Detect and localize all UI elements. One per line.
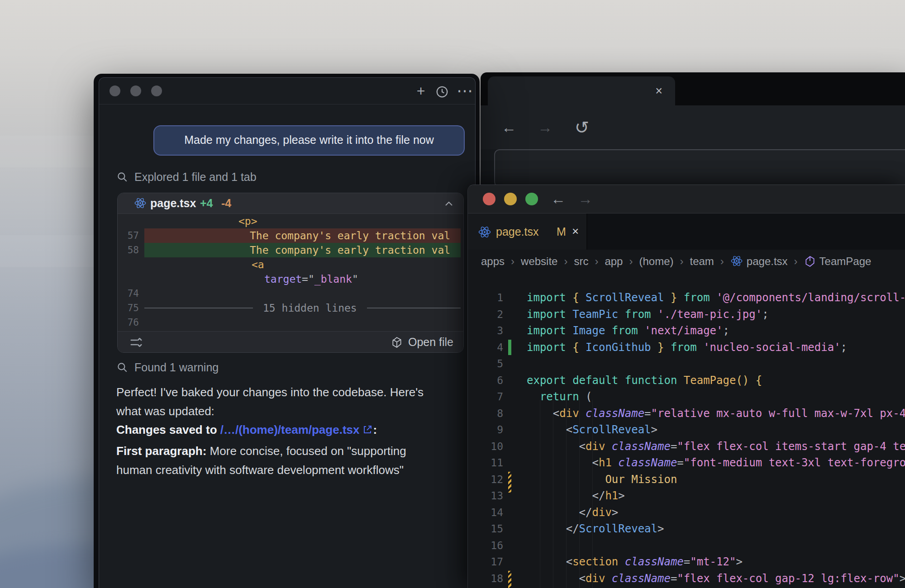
line-number: 12 xyxy=(468,471,503,488)
line-number: 18 xyxy=(468,570,503,587)
user-message-bubble: Made my changes, please write it into th… xyxy=(153,125,465,156)
diff-row: 58The company's early traction val xyxy=(118,243,463,257)
diff-line-number: 58 xyxy=(118,243,144,257)
diff-added-count: +4 xyxy=(200,193,213,213)
editor-tab-pagetsx[interactable]: page.tsx M × xyxy=(468,213,587,250)
breadcrumb-separator: › xyxy=(794,255,798,267)
diff-footer: Open file xyxy=(118,331,463,352)
diff-row: target="_blank" xyxy=(118,272,463,286)
traffic-light-minimize-icon[interactable] xyxy=(130,85,141,96)
code-line: 16 xyxy=(468,537,905,554)
breadcrumb-item[interactable]: (home) xyxy=(639,255,673,267)
code-line-text: import Image from 'next/image'; xyxy=(527,322,905,339)
react-icon xyxy=(730,255,747,267)
breadcrumb-item[interactable]: src xyxy=(574,255,588,267)
code-line: 8 <div className="relative mx-auto w-ful… xyxy=(468,405,905,422)
diff-line-number: 57 xyxy=(118,228,144,243)
code-line-text: import TeamPic from './team-pic.jpg'; xyxy=(527,306,905,323)
chat-panel: + ⋯ Made my changes, please write it int… xyxy=(99,77,476,588)
search-icon xyxy=(116,171,128,183)
new-thread-icon[interactable]: + xyxy=(413,84,429,98)
modified-badge: M xyxy=(557,213,566,250)
tab-close-icon[interactable]: × xyxy=(572,213,579,249)
cube-icon xyxy=(391,337,403,348)
line-number: 2 xyxy=(468,306,503,323)
status-explored: Explored 1 file and 1 tab xyxy=(116,170,257,184)
history-icon[interactable] xyxy=(434,85,450,100)
code-line-text: import { ScrollReveal } from '@/componen… xyxy=(527,289,905,306)
chat-titlebar: + ⋯ xyxy=(99,78,475,104)
file-link[interactable]: /…/(home)/team/page.tsx xyxy=(220,423,360,436)
diff-line-number: 75 xyxy=(118,301,144,315)
traffic-light-zoom-icon[interactable] xyxy=(525,193,538,205)
cube-icon xyxy=(804,255,819,267)
diff-removed-count: -4 xyxy=(221,193,231,213)
back-icon[interactable]: ← xyxy=(501,119,516,136)
breadcrumb-item[interactable]: team xyxy=(690,255,714,267)
reload-icon[interactable]: ↺ xyxy=(575,118,589,138)
code-line: 4import { IconGithub } from 'nucleo-soci… xyxy=(468,339,905,356)
code-line: 17 <section className="mt-12"> xyxy=(468,554,905,570)
breadcrumb[interactable]: apps›website›src›app›(home)›team›page.ts… xyxy=(468,250,905,273)
code-line: 3import Image from 'next/image'; xyxy=(468,322,905,339)
tab-filename: page.tsx xyxy=(496,213,539,250)
diff-row: <p> xyxy=(118,214,463,228)
line-number: 8 xyxy=(468,405,503,422)
search-icon xyxy=(116,361,128,373)
editor-window: ← → page.tsx M × apps›website›src›app›(h… xyxy=(467,185,905,588)
line-number: 4 xyxy=(468,339,503,356)
line-number: 3 xyxy=(468,322,503,339)
browser-tab[interactable]: × xyxy=(488,76,675,105)
line-number: 1 xyxy=(468,289,503,306)
traffic-light-minimize-icon[interactable] xyxy=(504,193,517,205)
code-line: 11 <h1 className="font-medium text-3xl t… xyxy=(468,455,905,471)
react-icon xyxy=(478,225,491,241)
react-icon xyxy=(134,197,147,211)
git-modified-marker xyxy=(508,571,511,588)
more-options-icon[interactable]: ⋯ xyxy=(457,84,472,98)
traffic-light-close-icon[interactable] xyxy=(110,85,120,96)
code-line-text: import { IconGithub } from 'nucleo-socia… xyxy=(527,339,905,356)
traffic-light-close-icon[interactable] xyxy=(483,193,495,205)
diff-line-text: The company's early traction val xyxy=(144,228,461,243)
tab-close-icon[interactable]: × xyxy=(655,85,662,97)
changes-saved-line: Changes saved to /…/(home)/team/page.tsx… xyxy=(116,420,460,439)
breadcrumb-item[interactable]: TeamPage xyxy=(819,255,872,267)
breadcrumb-separator: › xyxy=(564,255,567,267)
breadcrumb-separator: › xyxy=(680,255,684,267)
breadcrumb-separator: › xyxy=(595,255,598,267)
traffic-light-zoom-icon[interactable] xyxy=(151,85,162,96)
line-number: 6 xyxy=(468,372,503,389)
diff-card: page.tsx +4 -4 <p>57The company's early … xyxy=(117,193,464,353)
line-number: 17 xyxy=(468,554,503,570)
diff-body: <p>57The company's early traction val58T… xyxy=(118,214,463,332)
diff-line-number: 76 xyxy=(118,315,144,330)
browser-toolbar: ← → ↺ xyxy=(481,105,905,149)
code-editor[interactable]: 1import { ScrollReveal } from '@/compone… xyxy=(468,273,905,588)
diff-header[interactable]: page.tsx +4 -4 xyxy=(118,193,463,214)
breadcrumb-item[interactable]: website xyxy=(521,255,557,267)
breadcrumb-item[interactable]: page.tsx xyxy=(747,255,788,267)
code-line: 10 <div className="flex flex-col items-s… xyxy=(468,438,905,455)
line-number: 11 xyxy=(468,455,503,471)
breadcrumb-item[interactable]: apps xyxy=(481,255,505,267)
breadcrumb-item[interactable]: app xyxy=(605,255,623,267)
nav-back-icon[interactable]: ← xyxy=(551,190,566,208)
code-line-text: </h1> xyxy=(527,488,905,504)
code-line-text: <div className="flex flex-col items-star… xyxy=(527,438,905,455)
url-bar[interactable] xyxy=(494,149,905,187)
assistant-answer: Perfect! I've baked your changes into th… xyxy=(116,383,460,421)
status-warning: Found 1 warning xyxy=(116,360,219,374)
hidden-lines-label: 15 hidden lines xyxy=(263,301,357,315)
line-number: 10 xyxy=(468,438,503,455)
code-line: 1import { ScrollReveal } from '@/compone… xyxy=(468,289,905,306)
diff-line-number: 74 xyxy=(118,286,144,301)
line-number: 5 xyxy=(468,356,503,372)
external-link-icon[interactable] xyxy=(359,423,373,436)
diff-filename: page.tsx xyxy=(150,193,196,213)
open-file-button[interactable]: Open file xyxy=(391,332,453,352)
chevron-up-icon[interactable] xyxy=(443,199,454,211)
hidden-lines-divider[interactable]: 15 hidden lines xyxy=(144,301,461,315)
expand-lines-icon[interactable] xyxy=(129,336,143,351)
code-line: 5 xyxy=(468,356,905,372)
